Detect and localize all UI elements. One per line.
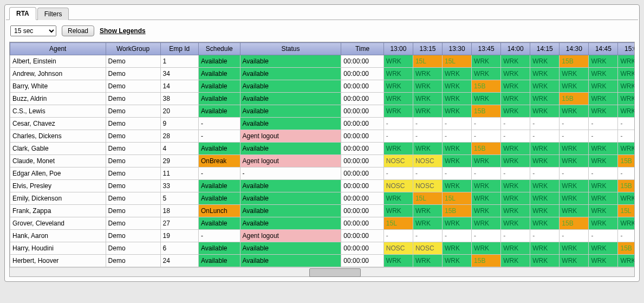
- cell: WRK: [618, 105, 634, 118]
- cell: 11: [160, 167, 198, 180]
- cell: WRK: [501, 155, 530, 167]
- cell: -: [530, 230, 560, 242]
- col-slot-1345[interactable]: 13:45: [472, 43, 501, 55]
- cell: -: [240, 167, 341, 180]
- cell: WRK: [618, 80, 634, 93]
- cell: WRK: [472, 192, 501, 205]
- cell: 00:00:00: [341, 68, 384, 80]
- rta-window: RTA Filters 5 sec10 sec15 sec30 sec60 se…: [4, 4, 640, 282]
- cell: WRK: [530, 242, 560, 255]
- cell: -: [472, 118, 501, 130]
- cell: 15L: [443, 55, 472, 68]
- table-row[interactable]: Buzz, AldrinDemo38AvailableAvailable00:0…: [10, 93, 635, 105]
- tab-rta[interactable]: RTA: [9, 7, 36, 20]
- cell: 4: [160, 143, 198, 155]
- col-emp-id[interactable]: Emp Id: [160, 43, 198, 55]
- grid-scroll[interactable]: AgentWorkGroupEmp IdScheduleStatusTime13…: [10, 42, 634, 267]
- cell: Demo: [106, 118, 160, 130]
- col-status[interactable]: Status: [240, 43, 341, 55]
- col-workgroup[interactable]: WorkGroup: [106, 43, 160, 55]
- cell: -: [560, 230, 589, 242]
- col-schedule[interactable]: Schedule: [198, 43, 240, 55]
- cell: Edgar Allen, Poe: [10, 167, 106, 180]
- table-row[interactable]: Clark, GableDemo4AvailableAvailable00:00…: [10, 143, 635, 155]
- cell: Available: [198, 68, 240, 80]
- table-row[interactable]: Grover, ClevelandDemo27AvailableAvailabl…: [10, 217, 635, 230]
- table-row[interactable]: Edgar Allen, PoeDemo11--00:00:00--------…: [10, 167, 635, 180]
- cell: WRK: [560, 192, 589, 205]
- cell: WRK: [618, 68, 634, 80]
- reload-button[interactable]: Reload: [62, 25, 94, 36]
- cell: Demo: [106, 205, 160, 217]
- col-slot-1430[interactable]: 14:30: [560, 43, 589, 55]
- cell: WRK: [530, 255, 560, 267]
- cell: Available: [198, 255, 240, 267]
- table-row[interactable]: Barry, WhiteDemo14AvailableAvailable00:0…: [10, 80, 635, 93]
- col-slot-1445[interactable]: 14:45: [589, 43, 618, 55]
- cell: -: [618, 230, 634, 242]
- cell: WRK: [443, 143, 472, 155]
- table-row[interactable]: Harry, HoudiniDemo6AvailableAvailable00:…: [10, 242, 635, 255]
- cell: WRK: [501, 180, 530, 192]
- col-slot-1500[interactable]: 15:00: [618, 43, 634, 55]
- cell: WRK: [560, 143, 589, 155]
- tab-strip: RTA Filters: [6, 6, 638, 20]
- cell: 00:00:00: [341, 155, 384, 167]
- table-row[interactable]: Frank, ZappaDemo18OnLunchAvailable00:00:…: [10, 205, 635, 217]
- cell: WRK: [560, 105, 589, 118]
- cell: Albert, Einstein: [10, 55, 106, 68]
- cell: WRK: [530, 68, 560, 80]
- horizontal-scrollbar-thumb[interactable]: [309, 268, 360, 277]
- cell: -: [472, 130, 501, 143]
- cell: Herbert, Hoover: [10, 255, 106, 267]
- cell: WRK: [443, 80, 472, 93]
- cell: Grover, Cleveland: [10, 217, 106, 230]
- table-row[interactable]: Andrew, JohnsonDemo34AvailableAvailable0…: [10, 68, 635, 80]
- table-row[interactable]: Cesar, ChavezDemo9-Available00:00:00----…: [10, 118, 635, 130]
- show-legends-link[interactable]: Show Legends: [100, 27, 146, 35]
- table-row[interactable]: Albert, EinsteinDemo1AvailableAvailable0…: [10, 55, 635, 68]
- cell: 5: [160, 192, 198, 205]
- tab-filters[interactable]: Filters: [37, 8, 69, 20]
- cell: Demo: [106, 93, 160, 105]
- cell: WRK: [472, 205, 501, 217]
- cell: Agent logout: [240, 155, 341, 167]
- table-row[interactable]: Hank, AaronDemo19-Agent logout00:00:00--…: [10, 230, 635, 242]
- cell: WRK: [443, 242, 472, 255]
- cell: NOSC: [383, 180, 413, 192]
- cell: WRK: [501, 80, 530, 93]
- horizontal-scrollbar[interactable]: [10, 267, 634, 276]
- cell: WRK: [443, 93, 472, 105]
- cell: WRK: [472, 68, 501, 80]
- col-slot-1300[interactable]: 13:00: [383, 43, 413, 55]
- table-row[interactable]: C.S., LewisDemo20AvailableAvailable00:00…: [10, 105, 635, 118]
- cell: WRK: [560, 155, 589, 167]
- cell: 15L: [443, 192, 472, 205]
- refresh-interval-select[interactable]: 5 sec10 sec15 sec30 sec60 sec: [10, 25, 56, 36]
- table-row[interactable]: Charles, DickensDemo28-Agent logout00:00…: [10, 130, 635, 143]
- cell: WRK: [501, 242, 530, 255]
- cell: WRK: [501, 55, 530, 68]
- cell: WRK: [560, 255, 589, 267]
- cell: WRK: [530, 180, 560, 192]
- col-slot-1415[interactable]: 14:15: [530, 43, 560, 55]
- table-row[interactable]: Emily, DickensonDemo5AvailableAvailable0…: [10, 192, 635, 205]
- table-row[interactable]: Herbert, HooverDemo24AvailableAvailable0…: [10, 255, 635, 267]
- cell: -: [383, 167, 413, 180]
- table-row[interactable]: Elvis, PresleyDemo33AvailableAvailable00…: [10, 180, 635, 192]
- cell: WRK: [383, 55, 413, 68]
- cell: WRK: [383, 205, 413, 217]
- cell: WRK: [560, 205, 589, 217]
- col-slot-1315[interactable]: 13:15: [413, 43, 442, 55]
- cell: Demo: [106, 68, 160, 80]
- col-time[interactable]: Time: [341, 43, 384, 55]
- cell: 15B: [472, 143, 501, 155]
- col-agent[interactable]: Agent: [10, 43, 106, 55]
- col-slot-1400[interactable]: 14:00: [501, 43, 530, 55]
- cell: 00:00:00: [341, 93, 384, 105]
- cell: Available: [240, 55, 341, 68]
- cell: -: [530, 130, 560, 143]
- col-slot-1330[interactable]: 13:30: [443, 43, 472, 55]
- table-row[interactable]: Claude, MonetDemo29OnBreakAgent logout00…: [10, 155, 635, 167]
- cell: WRK: [530, 105, 560, 118]
